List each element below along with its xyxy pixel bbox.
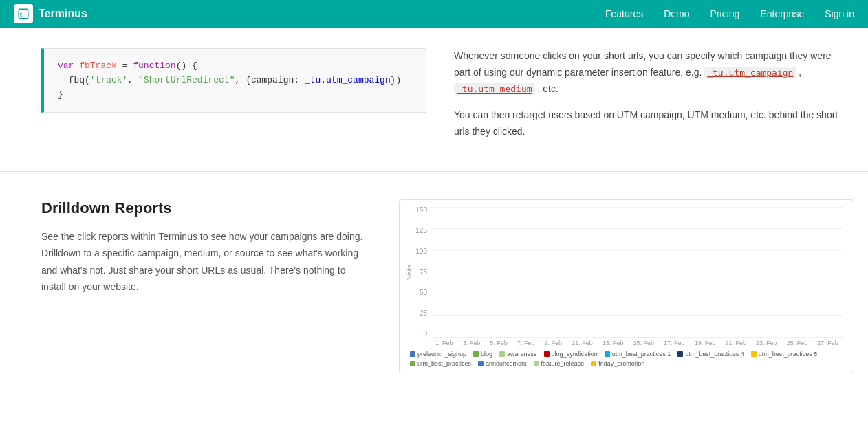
x-label: 7. Feb bbox=[517, 340, 535, 346]
legend-color bbox=[499, 351, 505, 357]
nav-features[interactable]: Features bbox=[605, 8, 643, 19]
legend-color bbox=[605, 351, 610, 357]
chart-bars-wrapper bbox=[431, 207, 843, 338]
legend-item: utm_best_practices 4 bbox=[677, 351, 744, 358]
section-divider-1 bbox=[0, 171, 868, 172]
legend-color bbox=[534, 361, 539, 366]
legend-item: announcement bbox=[478, 360, 527, 367]
legend-item: prelaunch_signup bbox=[410, 351, 466, 358]
legend-color bbox=[544, 351, 550, 357]
nav-demo[interactable]: Demo bbox=[664, 8, 689, 19]
legend-item: feature_release bbox=[534, 360, 585, 367]
legend-item: awareness bbox=[499, 351, 537, 358]
logo-icon: t bbox=[14, 4, 33, 23]
x-label: 9. Feb bbox=[545, 340, 563, 346]
top-section: var fbTrack = function() { fbq('track', … bbox=[0, 41, 868, 164]
chart-area: Visits 0255075100125150 bbox=[410, 207, 843, 338]
x-label: 17. Feb bbox=[664, 340, 685, 346]
legend-label: feature_release bbox=[541, 360, 585, 367]
legend-label: blog_syndication bbox=[552, 351, 598, 358]
legend-label: utm_best_practices 5 bbox=[759, 351, 818, 358]
drilldown-text: Drilldown Reports See the click reports … bbox=[41, 199, 399, 296]
x-label: 25. Feb bbox=[787, 340, 808, 346]
x-label: 15. Feb bbox=[633, 340, 654, 346]
legend-label: utm_best_practices bbox=[417, 360, 471, 367]
x-label: 19. Feb bbox=[695, 340, 716, 346]
y-axis: 0255075100125150 bbox=[410, 207, 431, 338]
drilldown-description: See the click reports within Terminus to… bbox=[41, 228, 371, 296]
chart-container: Visits 0255075100125150 1. Feb3. Feb5. F… bbox=[399, 199, 854, 373]
x-label: 5. Feb bbox=[490, 340, 508, 346]
x-label: 11. Feb bbox=[572, 340, 593, 346]
brand-name: Terminus bbox=[39, 8, 87, 20]
chart-legend: prelaunch_signupblogawarenessblog_syndic… bbox=[410, 351, 843, 367]
code-block: var fbTrack = function() { fbq('track', … bbox=[41, 48, 426, 113]
legend-label: awareness bbox=[507, 351, 537, 358]
nav-enterprise[interactable]: Enterprise bbox=[760, 8, 804, 19]
x-label: 13. Feb bbox=[603, 340, 624, 346]
navbar: t Terminus Features Demo Pricing Enterpr… bbox=[0, 0, 868, 28]
y-axis-label: Visits bbox=[406, 265, 413, 279]
x-label: 3. Feb bbox=[463, 340, 481, 346]
x-label: 1. Feb bbox=[435, 340, 453, 346]
legend-label: blog bbox=[481, 351, 492, 358]
description-paragraph1: Whenever someone clicks on your short ur… bbox=[454, 48, 840, 97]
legend-color bbox=[751, 351, 757, 357]
svg-text:t: t bbox=[20, 10, 23, 18]
legend-item: friday_promotion bbox=[591, 360, 644, 367]
x-label: 23. Feb bbox=[756, 340, 777, 346]
drilldown-section: Drilldown Reports See the click reports … bbox=[0, 179, 868, 394]
code-utm-medium: _tu.utm_medium bbox=[454, 83, 535, 95]
x-label: 21. Feb bbox=[725, 340, 746, 346]
legend-color bbox=[591, 361, 596, 366]
legend-label: prelaunch_signup bbox=[417, 351, 466, 358]
legend-label: friday_promotion bbox=[598, 360, 644, 367]
legend-color bbox=[410, 361, 415, 366]
code-panel: var fbTrack = function() { fbq('track', … bbox=[0, 41, 440, 164]
legend-item: utm_best_practices 1 bbox=[605, 351, 671, 358]
nav-links: Features Demo Pricing Enterprise Sign in bbox=[605, 8, 854, 20]
legend-label: utm_best_practices 4 bbox=[685, 351, 744, 358]
brand[interactable]: t Terminus bbox=[14, 4, 87, 23]
nav-signin[interactable]: Sign in bbox=[825, 8, 854, 19]
section-divider-2 bbox=[0, 408, 868, 408]
page-content: var fbTrack = function() { fbq('track', … bbox=[0, 28, 868, 408]
x-label: 27. Feb bbox=[817, 340, 838, 346]
legend-item: blog_syndication bbox=[544, 351, 598, 358]
x-labels: 1. Feb3. Feb5. Feb7. Feb9. Feb11. Feb13.… bbox=[410, 340, 843, 346]
legend-item: utm_best_practices bbox=[410, 360, 471, 367]
legend-label: announcement bbox=[486, 360, 527, 367]
legend-label: utm_best_practices 1 bbox=[612, 351, 671, 358]
code-utm-campaign: _tu.utm_campaign bbox=[704, 67, 796, 78]
chart-panel: Visits 0255075100125150 1. Feb3. Feb5. F… bbox=[399, 199, 854, 373]
legend-color bbox=[410, 351, 415, 357]
legend-item: utm_best_practices 5 bbox=[751, 351, 818, 358]
chart-bars bbox=[431, 207, 843, 338]
legend-item: blog bbox=[473, 351, 492, 358]
drilldown-title: Drilldown Reports bbox=[41, 199, 371, 217]
legend-color bbox=[677, 351, 683, 357]
legend-color bbox=[478, 361, 484, 366]
description-paragraph2: You can then retarget users based on UTM… bbox=[454, 107, 840, 140]
nav-pricing[interactable]: Pricing bbox=[710, 8, 740, 19]
legend-color bbox=[473, 351, 479, 357]
text-panel: Whenever someone clicks on your short ur… bbox=[440, 41, 868, 164]
